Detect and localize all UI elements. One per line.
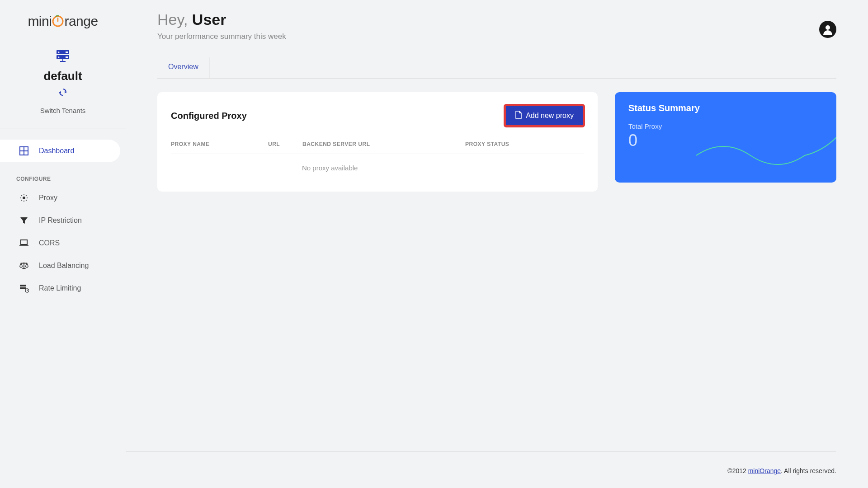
configured-proxy-card: Configured Proxy Add new proxy PROXY NAM… (157, 92, 598, 192)
laptop-icon (19, 238, 29, 248)
greeting: Hey, User (157, 11, 286, 28)
sidebar-item-cors[interactable]: CORS (0, 232, 126, 254)
svg-point-13 (23, 197, 25, 199)
status-summary-card: Status Summary Total Proxy 0 (615, 92, 836, 183)
wave-decoration (696, 133, 836, 178)
sidebar-item-label: Dashboard (39, 147, 74, 155)
avatar[interactable] (819, 21, 836, 38)
grid-icon (19, 146, 29, 156)
svg-line-22 (27, 290, 28, 291)
svg-rect-6 (66, 52, 68, 53)
sidebar: minirange default Switch Tenants Dashboa… (0, 0, 126, 488)
add-new-proxy-button[interactable]: Add new proxy (505, 105, 584, 127)
column-backend: BACKEND SERVER URL (302, 141, 465, 147)
status-label: Total Proxy (628, 122, 823, 130)
column-proxy-name: PROXY NAME (171, 141, 268, 147)
tenant-section: default Switch Tenants (0, 38, 126, 128)
status-title: Status Summary (628, 103, 823, 113)
sync-icon[interactable] (58, 88, 67, 99)
svg-rect-7 (66, 56, 68, 58)
svg-rect-14 (21, 240, 27, 244)
switch-tenants-link[interactable]: Switch Tenants (0, 107, 126, 114)
footer-divider (126, 451, 836, 452)
card-title: Configured Proxy (171, 111, 247, 121)
document-icon (515, 111, 522, 121)
content: Configured Proxy Add new proxy PROXY NAM… (157, 92, 836, 192)
svg-rect-19 (20, 285, 26, 286)
sidebar-item-label: CORS (39, 239, 60, 247)
logo[interactable]: minirange (0, 0, 126, 38)
server-icon (0, 49, 126, 63)
empty-message: No proxy available (171, 154, 584, 172)
column-status: PROXY STATUS (465, 141, 584, 147)
svg-point-5 (58, 56, 60, 58)
rate-limit-icon (19, 283, 29, 293)
header: Hey, User Your performance summary this … (157, 0, 836, 41)
sidebar-item-dashboard[interactable]: Dashboard (0, 140, 120, 162)
nav-section-label: CONFIGURE (0, 162, 126, 187)
main: Hey, User Your performance summary this … (126, 0, 868, 488)
footer-link[interactable]: miniOrange (748, 467, 781, 474)
gear-icon (19, 193, 29, 203)
svg-point-23 (826, 25, 830, 30)
svg-rect-20 (20, 287, 26, 289)
svg-point-4 (58, 52, 60, 53)
sidebar-item-load-balancing[interactable]: Load Balancing (0, 254, 126, 277)
logo-text: minirange (28, 14, 98, 28)
sidebar-item-label: IP Restriction (39, 216, 82, 225)
sidebar-item-label: Proxy (39, 194, 57, 202)
footer: ©2012 miniOrange. All rights reserved. (727, 467, 836, 474)
scale-icon (19, 261, 29, 271)
sidebar-item-label: Rate Limiting (39, 284, 81, 292)
sidebar-item-ip-restriction[interactable]: IP Restriction (0, 209, 126, 232)
sidebar-item-rate-limiting[interactable]: Rate Limiting (0, 277, 126, 300)
table-header: PROXY NAME URL BACKEND SERVER URL PROXY … (171, 137, 584, 154)
tabs: Overview (157, 57, 836, 79)
subtitle: Your performance summary this week (157, 32, 286, 41)
sidebar-item-label: Load Balancing (39, 262, 89, 270)
nav-section: Dashboard CONFIGURE Proxy IP Restriction… (0, 128, 126, 300)
column-url: URL (268, 141, 302, 147)
sidebar-item-proxy[interactable]: Proxy (0, 187, 126, 209)
tab-overview[interactable]: Overview (157, 57, 210, 78)
filter-icon (19, 216, 29, 225)
tenant-name: default (0, 69, 126, 83)
